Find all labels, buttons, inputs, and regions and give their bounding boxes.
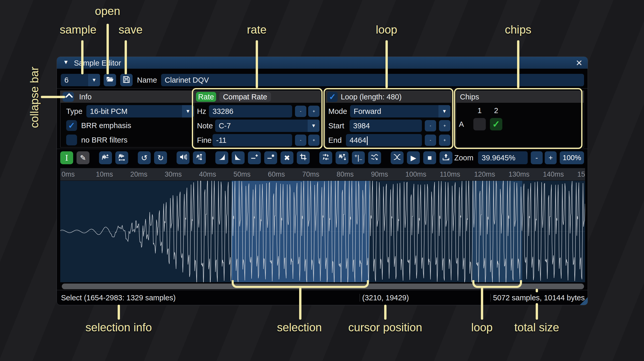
resize-grip[interactable] [580,297,588,305]
ibeam-select-button[interactable]: I [60,151,73,164]
crossfade-icon [393,153,401,163]
sign-convert-button[interactable]: +|− [352,151,365,164]
sample-type-dropdown[interactable]: 16-bit PCM ▼ [86,105,194,117]
filter-button[interactable] [368,151,381,164]
zoom-in-button[interactable]: + [545,151,557,164]
name-label: Name [137,74,157,86]
zoom-reset-label: 100% [563,154,581,162]
annotation-line-selection-info [118,305,120,320]
title-bar[interactable]: ▼ Sample Editor ✕ [57,57,588,69]
fade-out-button[interactable] [232,151,245,164]
insert-silence-icon [251,153,258,163]
insert-silence-button[interactable] [248,151,261,164]
waveform-canvas [60,181,585,282]
preview-stop-button[interactable]: ■ [423,151,436,164]
reverse-icon [322,153,330,163]
save-sample-button[interactable] [120,74,133,86]
zoom-reset-button[interactable]: 100% [560,151,584,164]
annotation-sample: sample [60,23,96,36]
minus-icon: - [535,154,538,162]
close-icon[interactable]: ✕ [574,58,584,68]
sample-index-dropdown[interactable]: 6 ▼ [61,74,100,86]
filter-icon [371,153,378,163]
chevron-up-icon [65,93,73,101]
ruler-tick-label: 150ms [576,168,585,180]
type-label: Type [66,105,82,117]
no-brr-filters-checkbox[interactable]: ✓ [66,135,77,145]
info-panel: Info Type 16-bit PCM ▼ ✓ BRR emphasis ✓ … [60,91,196,147]
annotation-line-collapse-bar [41,96,65,98]
chevron-down-icon[interactable]: ▼ [88,74,100,86]
time-ruler: 0ms10ms20ms30ms40ms50ms60ms70ms80ms90ms1… [60,168,585,180]
check-icon: ✓ [68,121,75,130]
resample-button[interactable] [193,151,206,164]
sample-index-value: 6 [61,74,88,86]
insert-sample-button[interactable] [99,151,112,164]
amplify-button[interactable] [177,151,190,164]
annotation-line-loop-bottom [481,287,483,320]
annotation-selection-info: selection info [86,321,152,334]
crossfade-button[interactable] [391,151,404,164]
waveform-view[interactable] [60,181,585,282]
status-selection-info: Select (1654-2983: 1329 samples) [61,293,176,303]
speaker-icon [179,153,187,163]
status-separator [490,294,491,302]
annotation-collapse-bar: collapse bar [28,67,41,128]
ruler-tick-label: 30ms [163,168,198,180]
fade-out-icon [234,153,242,163]
annotation-line-selection [299,287,301,320]
plus-icon: + [549,154,553,162]
sample-toolbar: I ✎ ↺ ↻ ✖ [60,151,462,164]
export-upload-icon [442,153,450,163]
ruler-tick-label: 70ms [301,168,335,180]
folder-open-icon [106,76,114,84]
annotation-rate: rate [247,23,267,36]
ruler-tick-label: 110ms [438,168,473,180]
preview-play-button[interactable]: ▶ [407,151,420,164]
open-sample-button[interactable] [104,74,116,86]
divider [57,290,588,290]
zoom-input[interactable]: 39.9645% [478,151,528,164]
export-sample-button[interactable] [440,151,452,164]
redo-button[interactable]: ↻ [154,151,167,164]
annotation-loop-bottom: loop [471,321,493,334]
fade-in-button[interactable] [215,151,228,164]
annotation-line-chips [517,40,519,88]
delete-selection-button[interactable]: ✖ [281,151,293,164]
ibeam-select-icon: I [65,153,68,162]
ruler-tick-label: 130ms [507,168,542,180]
ruler-tick-label: 0ms [60,168,95,180]
annotation-line-save [125,40,127,74]
status-total-size: 5072 samples, 10144 bytes [493,293,585,303]
invert-button[interactable] [336,151,348,164]
no-brr-filters-label: no BRR filters [81,134,127,146]
pencil-draw-icon: ✎ [80,154,86,162]
annotation-line-rate [256,40,258,88]
pencil-draw-button[interactable]: ✎ [77,151,89,164]
insert-sample-icon [102,153,109,163]
window-collapse-icon[interactable]: ▼ [63,59,69,66]
zoom-out-button[interactable]: - [531,151,543,164]
trim-button[interactable] [297,151,310,164]
annotation-loop-top: loop [376,23,397,36]
ruler-tick-label: 140ms [542,168,576,180]
annotation-save: save [119,23,143,36]
reverse-button[interactable] [319,151,332,164]
invert-icon [338,153,346,163]
ruler-tick-label: 20ms [129,168,163,180]
annotation-box-rate [192,88,323,149]
annotation-box-chips [454,88,582,149]
brr-emphasis-label: BRR emphasis [81,119,131,132]
sample-name-input[interactable]: Clarinet DQV [161,74,584,86]
undo-icon: ↺ [141,153,147,162]
brr-emphasis-checkbox[interactable]: ✓ [66,120,77,131]
apply-silence-button[interactable] [264,151,277,164]
ruler-tick-label: 100ms [404,168,438,180]
ruler-tick-label: 10ms [95,168,129,180]
undo-button[interactable]: ↺ [138,151,151,164]
resize-sample-button[interactable] [115,151,128,164]
apply-silence-icon [267,153,275,163]
annotation-bracket-loop [472,280,522,288]
trim-crop-icon [299,153,307,163]
ruler-tick-label: 60ms [267,168,301,180]
